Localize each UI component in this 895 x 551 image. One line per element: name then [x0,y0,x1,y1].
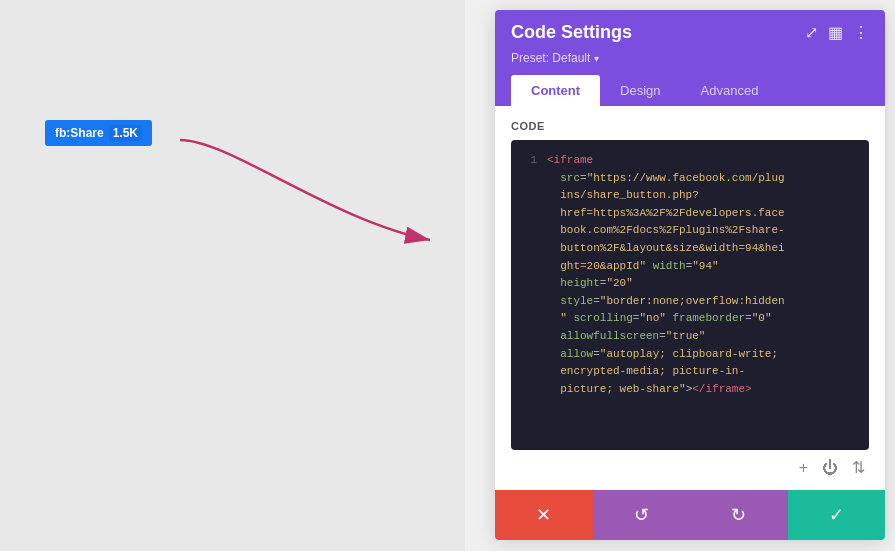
add-code-icon[interactable]: + [799,459,808,477]
panel-header: Code Settings ⤢ ▦ ⋮ Preset: Default ▾ Co… [495,10,885,106]
panel-title-row: Code Settings ⤢ ▦ ⋮ [511,22,869,43]
panel-title: Code Settings [511,22,632,43]
fb-share-label: fb:Share [55,126,104,140]
code-content[interactable]: <iframe src="https://www.facebook.com/pl… [547,152,857,438]
cancel-button[interactable]: ✕ [495,490,593,540]
canvas-area [0,0,465,551]
preset-label: Preset: Default [511,51,590,65]
more-options-icon[interactable]: ⋮ [853,23,869,42]
expand-icon[interactable]: ⤢ [805,23,818,42]
fb-share-count: 1.5K [109,125,142,141]
line-numbers: 1 [523,152,537,438]
preset-arrow-icon: ▾ [594,53,599,64]
panel-body: Code 1 <iframe src="https://www.facebook… [495,106,885,490]
sort-icon[interactable]: ⇅ [852,458,865,477]
grid-icon[interactable]: ▦ [828,23,843,42]
code-section-label: Code [511,120,869,132]
code-editor[interactable]: 1 <iframe src="https://www.facebook.com/… [511,140,869,450]
tab-design[interactable]: Design [600,75,680,106]
preset-selector[interactable]: Preset: Default ▾ [511,51,869,65]
power-icon[interactable]: ⏻ [822,459,838,477]
code-toolbar: + ⏻ ⇅ [511,450,869,477]
tab-content[interactable]: Content [511,75,600,106]
panel-header-icons: ⤢ ▦ ⋮ [805,23,869,42]
action-bar: ✕ ↺ ↻ ✓ [495,490,885,540]
fb-share-button[interactable]: fb:Share 1.5K [45,120,152,146]
tab-bar: Content Design Advanced [511,75,869,106]
reset-button[interactable]: ↺ [593,490,691,540]
code-settings-panel: Code Settings ⤢ ▦ ⋮ Preset: Default ▾ Co… [495,10,885,540]
redo-button[interactable]: ↻ [690,490,788,540]
tab-advanced[interactable]: Advanced [681,75,779,106]
save-button[interactable]: ✓ [788,490,886,540]
